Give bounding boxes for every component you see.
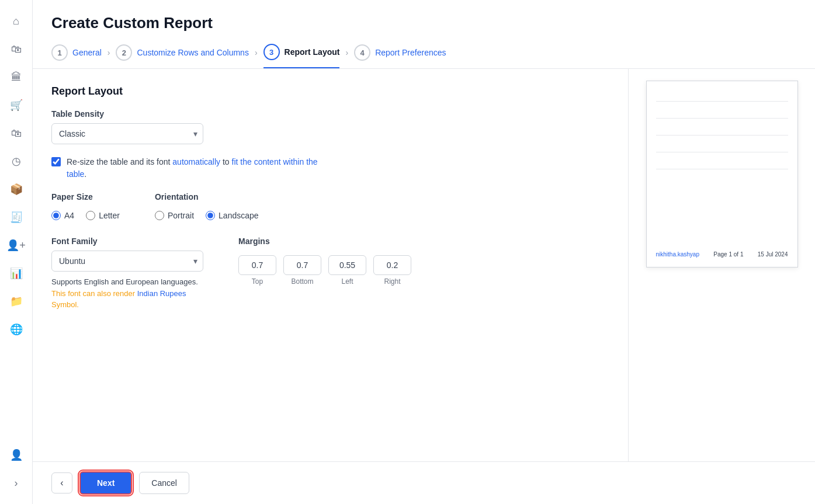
step-1[interactable]: 1 General (51, 44, 102, 68)
margin-left-field: Left (328, 255, 366, 286)
section-title: Report Layout (51, 85, 609, 98)
margin-right-field: Right (373, 255, 411, 286)
auto-resize-section: Re-size the table and its font automatic… (51, 156, 609, 180)
preview-page: nikhitha.kashyap Page 1 of 1 15 Jul 2024 (646, 81, 798, 267)
footer-bar: ‹ Next Cancel (33, 461, 815, 504)
home-icon[interactable]: ⌂ (5, 9, 28, 33)
step-arrow-3: › (339, 48, 354, 64)
step-3[interactable]: 3 Report Layout (263, 44, 340, 68)
expand-icon[interactable]: › (5, 471, 28, 495)
person-add-icon[interactable]: 👤+ (5, 234, 28, 257)
paper-letter-label: Letter (99, 211, 120, 220)
receipt-icon[interactable]: 🧾 (5, 206, 28, 229)
back-button[interactable]: ‹ (51, 472, 72, 493)
step-2[interactable]: 2 Customize Rows and Columns (116, 44, 248, 68)
paper-orientation-row: Paper Size A4 Letter Orientation (51, 192, 609, 220)
font-family-select[interactable]: Ubuntu Arial Times New Roman Courier (51, 251, 203, 272)
box-icon[interactable]: 📦 (5, 178, 28, 201)
font-family-group: Font Family Ubuntu Arial Times New Roman… (51, 237, 203, 311)
step-2-label: Customize Rows and Columns (137, 48, 248, 57)
cart-icon[interactable]: 🛒 (5, 93, 28, 117)
font-family-label: Font Family (51, 237, 203, 246)
preview-user: nikhitha.kashyap (656, 251, 700, 258)
margin-right-label: Right (384, 277, 400, 286)
margin-bottom-label: Bottom (291, 277, 313, 286)
globe-icon[interactable]: 🌐 (5, 318, 28, 341)
landscape-label: Landscape (219, 211, 259, 220)
paper-a4-option[interactable]: A4 (51, 211, 74, 220)
next-button[interactable]: Next (79, 471, 132, 495)
step-4-circle: 4 (354, 44, 370, 61)
font-family-select-wrapper: Ubuntu Arial Times New Roman Courier ▾ (51, 251, 203, 272)
table-density-select-wrapper: Classic Compact Comfortable ▾ (51, 123, 203, 144)
preview-line-1 (656, 101, 788, 102)
content-area: Report Layout Table Density Classic Comp… (33, 69, 815, 461)
step-1-label: General (72, 48, 102, 57)
bank-icon[interactable]: 🏛 (5, 65, 28, 89)
page-title: Create Custom Report (51, 14, 796, 32)
preview-panel: nikhitha.kashyap Page 1 of 1 15 Jul 2024 (628, 69, 815, 461)
header: Create Custom Report 1 General › 2 Custo… (33, 0, 815, 69)
paper-letter-radio[interactable] (86, 211, 95, 220)
clock-icon[interactable]: ◷ (5, 150, 28, 173)
font-margins-row: Font Family Ubuntu Arial Times New Roman… (51, 237, 609, 311)
margin-top-label: Top (252, 277, 263, 286)
landscape-radio[interactable] (206, 211, 215, 220)
step-4[interactable]: 4 Report Preferences (354, 44, 446, 68)
margin-bottom-input[interactable] (283, 255, 321, 275)
auto-resize-checkbox[interactable] (51, 157, 61, 166)
orientation-label: Orientation (155, 192, 259, 201)
table-density-select[interactable]: Classic Compact Comfortable (51, 123, 203, 144)
bag-icon[interactable]: 🛍 (5, 121, 28, 145)
margin-top-field: Top (238, 255, 276, 286)
form-section: Report Layout Table Density Classic Comp… (33, 69, 628, 461)
margins-group: Margins Top Bottom Left (238, 237, 411, 311)
main-content: Create Custom Report 1 General › 2 Custo… (33, 0, 815, 504)
portrait-label: Portrait (168, 211, 194, 220)
margins-label: Margins (238, 237, 411, 246)
chart-icon[interactable]: 📊 (5, 262, 28, 285)
auto-resize-label[interactable]: Re-size the table and its font automatic… (51, 156, 318, 180)
shop-icon[interactable]: 🛍 (5, 37, 28, 61)
paper-size-group: Paper Size A4 Letter (51, 192, 120, 220)
step-3-label: Report Layout (285, 47, 340, 57)
margin-top-input[interactable] (238, 255, 276, 275)
preview-footer: nikhitha.kashyap Page 1 of 1 15 Jul 2024 (656, 237, 788, 258)
portrait-radio[interactable] (155, 211, 164, 220)
margin-right-input[interactable] (373, 255, 411, 275)
table-density-label: Table Density (51, 109, 609, 119)
preview-page-info: Page 1 of 1 (713, 251, 743, 258)
orientation-group: Orientation Portrait Landscape (155, 192, 259, 220)
cancel-button[interactable]: Cancel (139, 472, 189, 494)
step-4-label: Report Preferences (375, 48, 446, 57)
user-circle-icon[interactable]: 👤 (5, 443, 28, 467)
step-1-circle: 1 (51, 44, 68, 61)
margins-inputs: Top Bottom Left Right (238, 255, 411, 286)
preview-line-4 (656, 152, 788, 152)
preview-line-3 (656, 135, 788, 135)
folder-icon[interactable]: 📁 (5, 290, 28, 313)
stepper: 1 General › 2 Customize Rows and Columns… (51, 44, 796, 68)
orientation-radio-group: Portrait Landscape (155, 211, 259, 220)
step-2-circle: 2 (116, 44, 132, 61)
step-arrow-1: › (102, 48, 116, 64)
portrait-option[interactable]: Portrait (155, 211, 194, 220)
step-arrow-2: › (249, 48, 263, 64)
margin-bottom-field: Bottom (283, 255, 321, 286)
preview-date: 15 Jul 2024 (758, 251, 788, 258)
font-note-2a: This font can also render (51, 289, 135, 298)
preview-line-5 (656, 169, 788, 169)
paper-size-radio-group: A4 Letter (51, 211, 120, 220)
font-note-1: Supports English and European languages. (51, 277, 198, 286)
paper-a4-label: A4 (64, 211, 74, 220)
landscape-option[interactable]: Landscape (206, 211, 259, 220)
font-note-2c: Symbol. (51, 300, 79, 309)
font-note: Supports English and European languages.… (51, 276, 203, 311)
font-note-2b: Indian Rupees (137, 289, 186, 298)
margin-left-label: Left (341, 277, 353, 286)
paper-a4-radio[interactable] (51, 211, 61, 220)
sidebar: ⌂ 🛍 🏛 🛒 🛍 ◷ 📦 🧾 👤+ 📊 📁 🌐 👤 › (0, 0, 33, 504)
paper-letter-option[interactable]: Letter (86, 211, 120, 220)
preview-line-2 (656, 118, 788, 119)
margin-left-input[interactable] (328, 255, 366, 275)
